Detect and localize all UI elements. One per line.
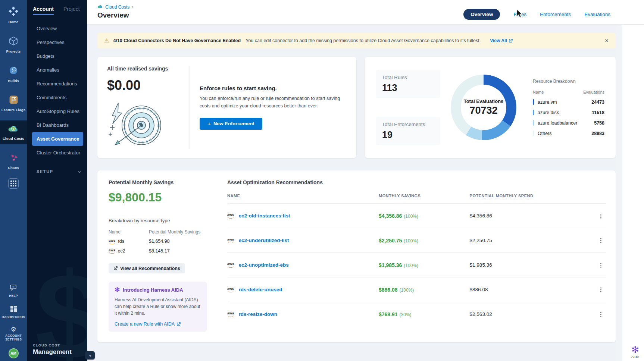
view-all-recommendations-button[interactable]: View all Recommendations <box>109 263 185 273</box>
recommendations-table: NAME MONTHLY SAVINGS POTENTIAL MONTHLY S… <box>227 194 606 326</box>
potential-spend-value: $2,563.02 <box>470 311 568 317</box>
aws-logo-icon: aws <box>109 239 116 244</box>
aida-floating-button[interactable]: ✻ AIDA <box>631 345 639 359</box>
col-header-potential-spend: POTENTIAL MONTHLY SPEND <box>470 194 568 198</box>
recommendation-link[interactable]: aws rds-delete-unused <box>227 287 379 292</box>
rail-item-dashboards[interactable]: DASHBOARDS <box>0 305 27 320</box>
setup-section-toggle[interactable]: SETUP <box>27 169 87 174</box>
rail-item-projects[interactable]: Projects <box>0 32 27 57</box>
rail-item-builds[interactable]: Builds <box>0 62 27 86</box>
tab-overview[interactable]: Overview <box>463 9 500 20</box>
setup-label: SETUP <box>37 169 53 174</box>
rail-item-label: Builds <box>8 79 19 83</box>
table-row: aws rds-delete-unused $886.08(100%) $886… <box>227 277 606 302</box>
legend-swatch-others <box>533 131 534 136</box>
new-enforcement-button[interactable]: + New Enforcement <box>200 118 262 130</box>
recommendation-link[interactable]: aws rds-resize-down <box>227 311 379 317</box>
close-icon[interactable]: ✕ <box>604 38 609 44</box>
table-row: aws ec2-underutilized-list $2,250.75(100… <box>227 228 606 252</box>
rail-item-cloud-costs[interactable]: $ Cloud Costs <box>0 120 27 144</box>
sidebar-item-recommendations[interactable]: Recommendations <box>27 77 87 91</box>
view-all-recommendations-label: View all Recommendations <box>120 266 180 271</box>
savings-percent: (100%) <box>404 214 418 219</box>
recommendation-link[interactable]: aws ec2-underutilized-list <box>227 238 379 243</box>
user-avatar[interactable]: AM <box>9 348 19 358</box>
legend-value-header: Evaluations <box>583 90 604 94</box>
aida-sparkle-icon: ✻ <box>115 287 120 293</box>
aws-logo-icon: aws <box>227 213 234 219</box>
row-menu-icon[interactable]: ⋮ <box>596 311 606 317</box>
nav-collapse-button[interactable]: ◀ <box>85 351 95 360</box>
row-menu-icon[interactable]: ⋮ <box>596 237 606 244</box>
total-enforcements-value: 19 <box>382 129 434 140</box>
sidebar-item-cluster-orchestrator[interactable]: Cluster Orchestrator <box>27 146 87 160</box>
aws-logo-icon: aws <box>227 262 234 268</box>
recommendation-link[interactable]: aws ec2-unoptimized-ebs <box>227 262 379 268</box>
rail-item-label: DASHBOARDS <box>2 316 25 319</box>
tab-account[interactable]: Account <box>33 6 54 15</box>
app-root: Home Projects Builds Feature Flags <box>0 0 644 361</box>
breakdown-label: Breakdown by resource type <box>109 218 214 223</box>
rail-item-label: Feature Flags <box>1 108 25 112</box>
aws-logo-icon: aws <box>227 238 234 243</box>
sidebar-item-anomalies[interactable]: Anomalies <box>27 63 87 77</box>
donut-center-label: Total Evaluations <box>464 98 504 104</box>
sidebar-item-overview[interactable]: Overview <box>27 22 87 35</box>
sidebar-item-commitments[interactable]: Commitments <box>27 91 87 104</box>
table-row: aws ec2-old-instances-list $4,356.86(100… <box>227 203 606 228</box>
scrollbar-track[interactable] <box>616 25 622 361</box>
sidebar-item-budgets[interactable]: Budgets <box>27 49 87 63</box>
legend-swatch-azure-vm <box>533 99 534 105</box>
row-menu-icon[interactable]: ⋮ <box>596 286 606 293</box>
row-menu-icon[interactable]: ⋮ <box>596 262 606 268</box>
aida-title: Introducing Harness AIDA <box>123 287 183 293</box>
external-link-icon <box>176 322 181 326</box>
view-all-link[interactable]: View All <box>490 38 512 43</box>
breakdown-row: aws ec2 $8,145.17 <box>109 248 214 254</box>
potential-savings-amount: $9,800.15 <box>109 191 214 204</box>
rail-item-chaos[interactable]: Chaos <box>0 149 27 173</box>
rail-item-label: Projects <box>6 50 21 54</box>
aws-logo-icon: aws <box>227 287 234 292</box>
row-menu-icon[interactable]: ⋮ <box>596 213 606 219</box>
evaluations-donut-chart: Total Evaluations 70732 <box>451 75 516 140</box>
tab-enforcements[interactable]: Enforcements <box>540 12 571 17</box>
resource-name: rds <box>118 239 124 244</box>
banner-message: You can edit connector to add the missin… <box>246 38 481 43</box>
aida-sparkle-icon: ✻ <box>631 345 639 354</box>
warning-icon: ⚠ <box>104 37 109 44</box>
sidebar-item-perspectives[interactable]: Perspectives <box>27 35 87 49</box>
rail-item-home[interactable]: Home <box>0 2 27 27</box>
aida-intro-card: ✻ Introducing Harness AIDA Harness AI De… <box>109 282 207 332</box>
rail-item-account-settings[interactable]: ⚙ ACCOUNT SETTINGS <box>0 326 27 342</box>
rail-item-label: Chaos <box>8 166 19 170</box>
sidebar-item-bi-dashboards[interactable]: BI Dashboards <box>27 118 87 132</box>
legend-value: 11518 <box>592 110 604 115</box>
donut-center-value: 70732 <box>469 105 497 116</box>
create-rule-with-aida-link[interactable]: Create a new Rule with AIDA <box>115 321 201 327</box>
sidebar-item-autostopping-rules[interactable]: AutoStopping Rules <box>27 104 87 118</box>
legend-name-header: Name <box>533 90 544 94</box>
legend-value: 28983 <box>591 131 604 136</box>
recommendation-link[interactable]: aws ec2-old-instances-list <box>227 213 379 219</box>
savings-percent: (30%) <box>400 312 412 317</box>
recommendations-card: Potential Monthly Savings $9,800.15 Brea… <box>97 170 616 342</box>
governance-warning-banner: ⚠ 4/10 Cloud Connectors Do Not Have Gove… <box>97 33 616 48</box>
external-link-icon <box>509 39 513 43</box>
tab-rules[interactable]: Rules <box>513 12 526 17</box>
legend-swatch-azure-loadbalancer <box>533 120 534 126</box>
sidebar-item-asset-governance[interactable]: Asset Governance <box>32 132 83 146</box>
module-selector-icon[interactable] <box>8 178 19 189</box>
tab-project[interactable]: Project <box>63 6 80 15</box>
table-row: aws ec2-unoptimized-ebs $1,985.36(100%) … <box>227 252 606 277</box>
page-tabs: Overview Rules Enforcements Evaluations <box>463 4 610 24</box>
rail-item-feature-flags[interactable]: Feature Flags <box>0 91 27 115</box>
rail-item-help[interactable]: ? HELP <box>0 284 27 299</box>
breadcrumb-separator: › <box>132 4 133 10</box>
resource-name: ec2 <box>118 248 125 254</box>
tab-evaluations[interactable]: Evaluations <box>584 12 610 17</box>
potential-spend-value: $2,250.75 <box>470 238 568 243</box>
external-link-icon <box>113 266 118 270</box>
potential-spend-value: $4,356.86 <box>470 213 568 219</box>
breadcrumb-link-cloud-costs[interactable]: Cloud Costs <box>105 4 129 10</box>
